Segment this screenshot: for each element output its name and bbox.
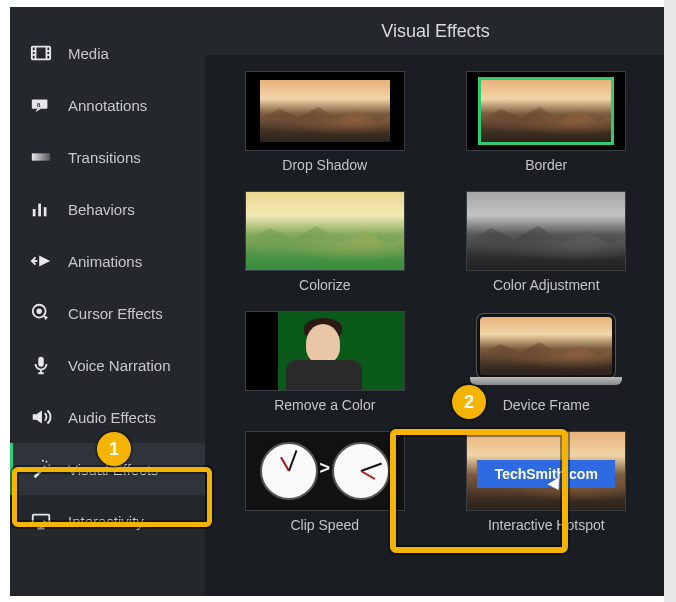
main-panel: Visual Effects Drop Shadow Border Colori [205, 7, 666, 596]
sidebar-item-cursor-effects[interactable]: Cursor Effects [10, 287, 205, 339]
app-window: Media a Annotations Transitions Behavior… [10, 7, 666, 596]
panel-title: Visual Effects [381, 21, 489, 42]
sidebar-item-label: Transitions [68, 149, 141, 166]
effect-thumbnail [466, 311, 626, 391]
microphone-icon [30, 354, 52, 376]
behaviors-icon [30, 198, 52, 220]
effect-interactive-hotspot[interactable]: TechSmith.com Interactive Hotspot [447, 431, 647, 533]
sidebar-item-behaviors[interactable]: Behaviors [10, 183, 205, 235]
panel-header: Visual Effects [205, 7, 666, 55]
effect-label: Color Adjustment [493, 277, 600, 293]
sidebar-item-label: Audio Effects [68, 409, 156, 426]
sidebar-item-label: Animations [68, 253, 142, 270]
media-icon [30, 42, 52, 64]
effect-thumbnail [245, 71, 405, 151]
clipspeed-symbol: > [319, 458, 330, 479]
effect-colorize[interactable]: Colorize [225, 191, 425, 293]
sidebar-item-annotations[interactable]: a Annotations [10, 79, 205, 131]
svg-rect-4 [33, 209, 36, 216]
cursor-effects-icon [30, 302, 52, 324]
effect-remove-a-color[interactable]: Remove a Color [225, 311, 425, 413]
effect-label: Border [525, 157, 567, 173]
effect-label: Drop Shadow [282, 157, 367, 173]
effect-border[interactable]: Border [447, 71, 647, 173]
sidebar-item-label: Voice Narration [68, 357, 171, 374]
animations-icon [30, 250, 52, 272]
svg-point-10 [46, 461, 48, 463]
annotations-icon: a [30, 94, 52, 116]
transitions-icon [30, 146, 52, 168]
effect-label: Remove a Color [274, 397, 375, 413]
effect-thumbnail: > [245, 431, 405, 511]
sidebar: Media a Annotations Transitions Behavior… [10, 7, 205, 596]
effect-label: Clip Speed [291, 517, 360, 533]
svg-rect-5 [38, 204, 41, 217]
svg-rect-6 [44, 207, 47, 216]
effect-thumbnail: TechSmith.com [466, 431, 626, 511]
magic-wand-icon [30, 458, 52, 480]
sidebar-item-label: Media [68, 45, 109, 62]
sidebar-item-audio-effects[interactable]: Audio Effects [10, 391, 205, 443]
effect-clip-speed[interactable]: > Clip Speed [225, 431, 425, 533]
effect-device-frame[interactable]: Device Frame [447, 311, 647, 413]
svg-point-8 [37, 309, 41, 313]
sidebar-item-label: Visual Effects [68, 461, 158, 478]
sidebar-item-label: Interactivity [68, 513, 144, 530]
sidebar-item-media[interactable]: Media [10, 27, 205, 79]
effect-thumbnail [466, 71, 626, 151]
effect-label: Device Frame [503, 397, 590, 413]
effect-label: Interactive Hotspot [488, 517, 605, 533]
svg-point-11 [48, 464, 50, 466]
page-scrollbar[interactable] [664, 0, 676, 602]
sidebar-item-transitions[interactable]: Transitions [10, 131, 205, 183]
effect-color-adjustment[interactable]: Color Adjustment [447, 191, 647, 293]
effect-label: Colorize [299, 277, 350, 293]
svg-rect-9 [38, 357, 44, 367]
effects-grid: Drop Shadow Border Colorize Color Adjust… [205, 55, 666, 549]
effect-thumbnail [466, 191, 626, 271]
sidebar-item-label: Annotations [68, 97, 147, 114]
svg-rect-3 [32, 153, 50, 160]
svg-rect-13 [33, 515, 50, 526]
effect-drop-shadow[interactable]: Drop Shadow [225, 71, 425, 173]
sidebar-item-animations[interactable]: Animations [10, 235, 205, 287]
sidebar-item-label: Behaviors [68, 201, 135, 218]
sidebar-item-visual-effects[interactable]: Visual Effects [10, 443, 205, 495]
speaker-icon [30, 406, 52, 428]
sidebar-item-voice-narration[interactable]: Voice Narration [10, 339, 205, 391]
sidebar-item-label: Cursor Effects [68, 305, 163, 322]
effect-thumbnail [245, 311, 405, 391]
sidebar-item-interactivity[interactable]: Interactivity [10, 495, 205, 547]
svg-point-12 [42, 460, 44, 462]
interactivity-icon [30, 510, 52, 532]
effect-thumbnail [245, 191, 405, 271]
